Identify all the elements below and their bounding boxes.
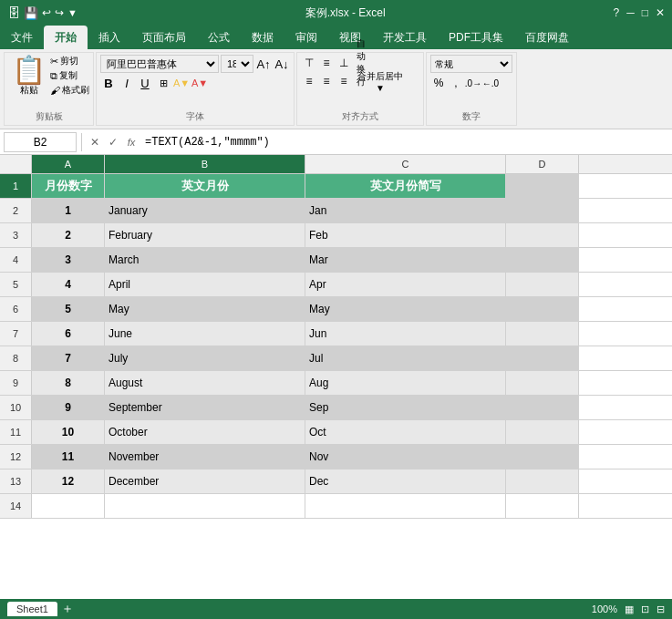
cell-c11[interactable]: Oct <box>305 420 506 444</box>
cell-d14[interactable] <box>506 494 579 518</box>
align-top-btn[interactable]: ⊤ <box>301 55 317 71</box>
cell-b1[interactable]: 英文月份 <box>105 174 305 198</box>
format-painter-button[interactable]: 🖌 格式刷 <box>50 84 89 97</box>
add-sheet-btn[interactable]: ＋ <box>61 601 74 617</box>
formula-input[interactable] <box>141 132 668 152</box>
row-num-1[interactable]: 1 <box>0 174 32 198</box>
row-num-11[interactable]: 11 <box>0 420 32 444</box>
cell-d8[interactable] <box>506 346 579 370</box>
cell-a14[interactable] <box>32 494 105 518</box>
bold-button[interactable]: B <box>100 75 117 91</box>
tab-developer[interactable]: 开发工具 <box>372 26 438 49</box>
view-normal-btn[interactable]: ▦ <box>625 604 634 615</box>
fill-color-button[interactable]: A▼ <box>173 75 190 91</box>
align-left-btn[interactable]: ≡ <box>301 73 317 89</box>
tab-page-layout[interactable]: 页面布局 <box>131 26 197 49</box>
row-num-14[interactable]: 14 <box>0 494 32 518</box>
name-box[interactable] <box>4 132 77 152</box>
cell-b12[interactable]: November <box>105 445 305 469</box>
font-color-button[interactable]: A▼ <box>191 75 208 91</box>
cell-b10[interactable]: September <box>105 396 305 419</box>
cell-a9[interactable]: 8 <box>32 371 105 395</box>
tab-review[interactable]: 审阅 <box>284 26 328 49</box>
cell-d2[interactable] <box>506 199 579 222</box>
cell-c4[interactable]: Mar <box>305 248 506 272</box>
cancel-formula-btn[interactable]: ✕ <box>87 134 103 150</box>
cell-c7[interactable]: Jun <box>305 322 506 346</box>
cell-d3[interactable] <box>506 223 579 247</box>
merge-btn[interactable]: 合并后居中▼ <box>353 73 408 89</box>
border-button[interactable]: ⊞ <box>155 75 171 91</box>
cell-a4[interactable]: 3 <box>32 248 105 272</box>
confirm-formula-btn[interactable]: ✓ <box>105 134 121 150</box>
underline-button[interactable]: U <box>137 75 153 91</box>
cell-a5[interactable]: 4 <box>32 273 105 296</box>
col-header-d[interactable]: D <box>506 155 579 173</box>
cell-c8[interactable]: Jul <box>305 346 506 370</box>
cell-b6[interactable]: May <box>105 297 305 321</box>
decrease-font-btn[interactable]: A↓ <box>274 56 290 72</box>
row-num-6[interactable]: 6 <box>0 297 32 321</box>
cell-a3[interactable]: 2 <box>32 223 105 247</box>
row-num-12[interactable]: 12 <box>0 445 32 469</box>
tab-data[interactable]: 数据 <box>241 26 284 49</box>
copy-button[interactable]: ⧉ 复制 <box>50 69 89 82</box>
col-header-a[interactable]: A <box>32 155 105 173</box>
align-center-btn[interactable]: ≡ <box>318 73 335 89</box>
col-header-c[interactable]: C <box>305 155 506 173</box>
tab-home[interactable]: 开始 <box>44 26 88 49</box>
thousands-btn[interactable]: , <box>448 75 464 91</box>
cell-d12[interactable] <box>506 445 579 469</box>
cell-b5[interactable]: April <box>105 273 305 296</box>
cell-c14[interactable] <box>305 494 506 518</box>
cell-b4[interactable]: March <box>105 248 305 272</box>
view-break-btn[interactable]: ⊟ <box>656 604 665 615</box>
increase-font-btn[interactable]: A↑ <box>255 56 272 72</box>
cell-a6[interactable]: 5 <box>32 297 105 321</box>
align-bottom-btn[interactable]: ⊥ <box>336 55 352 71</box>
cell-a2[interactable]: 1 <box>32 199 105 222</box>
cell-d6[interactable] <box>506 297 579 321</box>
redo-icon[interactable]: ↪ <box>55 6 64 19</box>
cell-d11[interactable] <box>506 420 579 444</box>
cell-d9[interactable] <box>506 371 579 395</box>
row-num-10[interactable]: 10 <box>0 396 32 419</box>
cell-b14[interactable] <box>105 494 305 518</box>
row-num-9[interactable]: 9 <box>0 371 32 395</box>
tab-baidu[interactable]: 百度网盘 <box>514 26 580 49</box>
row-num-8[interactable]: 8 <box>0 346 32 370</box>
row-num-3[interactable]: 3 <box>0 223 32 247</box>
align-right-btn[interactable]: ≡ <box>336 73 352 89</box>
cell-a7[interactable]: 6 <box>32 322 105 346</box>
cell-c2[interactable]: Jan <box>305 199 506 222</box>
increase-decimal-btn[interactable]: .0→ <box>465 75 481 91</box>
help-icon[interactable]: ? <box>614 6 620 19</box>
row-num-4[interactable]: 4 <box>0 248 32 272</box>
tab-pdf[interactable]: PDF工具集 <box>438 26 514 49</box>
cell-d10[interactable] <box>506 396 579 419</box>
cell-b13[interactable]: December <box>105 469 305 493</box>
tab-file[interactable]: 文件 <box>0 26 44 49</box>
row-num-13[interactable]: 13 <box>0 469 32 493</box>
cell-d1[interactable] <box>506 174 579 198</box>
sheet-tab[interactable]: Sheet1 <box>7 602 57 616</box>
cell-c3[interactable]: Feb <box>305 223 506 247</box>
italic-button[interactable]: I <box>119 75 135 91</box>
cell-b2[interactable]: January <box>105 199 305 222</box>
save-icon[interactable]: 💾 <box>24 6 38 20</box>
tab-formulas[interactable]: 公式 <box>197 26 241 49</box>
minimize-btn[interactable]: ─ <box>626 6 635 19</box>
cell-a13[interactable]: 12 <box>32 469 105 493</box>
cell-c10[interactable]: Sep <box>305 396 506 419</box>
cell-a8[interactable]: 7 <box>32 346 105 370</box>
row-num-7[interactable]: 7 <box>0 322 32 346</box>
cell-d5[interactable] <box>506 273 579 296</box>
cell-b11[interactable]: October <box>105 420 305 444</box>
number-format-select[interactable]: 常规 <box>430 55 512 73</box>
wrap-text-btn[interactable]: 自动换行 <box>353 55 369 71</box>
font-size-select[interactable]: 18 <box>221 55 253 73</box>
cell-c6[interactable]: May <box>305 297 506 321</box>
customize-icon[interactable]: ▼ <box>67 7 78 18</box>
cell-c13[interactable]: Dec <box>305 469 506 493</box>
tab-insert[interactable]: 插入 <box>88 26 131 49</box>
